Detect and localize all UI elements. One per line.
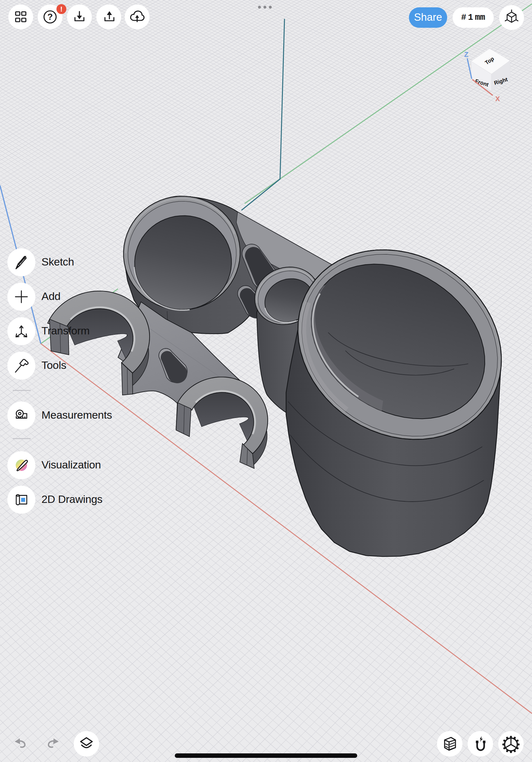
svg-text:X: X [495, 95, 500, 103]
svg-text:?: ? [47, 12, 53, 22]
svg-text:Z: Z [464, 50, 468, 58]
